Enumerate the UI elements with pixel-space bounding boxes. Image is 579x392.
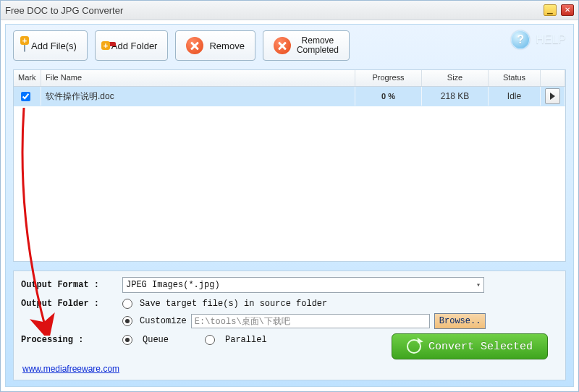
col-action	[541, 70, 565, 86]
row-filename: 软件操作说明.doc	[41, 87, 355, 106]
play-icon	[550, 93, 555, 100]
customize-path-input[interactable]: E:\tools\桌面\下载吧	[191, 314, 430, 328]
col-progress[interactable]: Progress	[355, 70, 422, 86]
browse-button[interactable]: Browse..	[434, 313, 486, 329]
radio-source-folder-label: Save target file(s) in source folder	[140, 299, 327, 309]
remove-completed-label: Remove Completed	[297, 36, 339, 55]
help-icon: ?	[511, 30, 530, 49]
toolbar: + Add File(s) + Add Folder Remove Remove…	[6, 25, 573, 68]
window-buttons: ▁ ✕	[544, 4, 574, 16]
row-play-button[interactable]	[545, 88, 560, 104]
output-format-select[interactable]: JPEG Images(*.jpg) ▾	[122, 277, 484, 293]
minimize-button[interactable]: ▁	[544, 4, 557, 16]
col-status[interactable]: Status	[489, 70, 541, 86]
output-format-label: Output Format :	[21, 280, 115, 290]
radio-customize-label: Customize	[140, 316, 187, 326]
output-format-row: Output Format : JPEG Images(*.jpg) ▾	[21, 277, 558, 293]
settings-panel: Output Format : JPEG Images(*.jpg) ▾ Out…	[13, 270, 566, 380]
col-mark[interactable]: Mark	[14, 70, 41, 86]
col-size[interactable]: Size	[422, 70, 489, 86]
remove-completed-icon	[274, 37, 291, 54]
file-list: Mark File Name Progress Size Status 软件操作…	[13, 69, 566, 262]
add-folder-label: Add Folder	[111, 41, 158, 51]
add-folder-button[interactable]: + Add Folder	[95, 30, 169, 61]
radio-source-folder[interactable]	[122, 299, 132, 309]
row-status: Idle	[489, 87, 541, 106]
convert-selected-button[interactable]: Convert Selected	[392, 333, 548, 359]
remove-icon	[186, 37, 203, 54]
radio-queue[interactable]	[122, 335, 132, 345]
row-progress: 0 %	[355, 87, 422, 106]
remove-completed-button[interactable]: Remove Completed	[263, 30, 350, 61]
remove-button[interactable]: Remove	[175, 30, 255, 61]
remove-label: Remove	[209, 41, 244, 51]
output-format-value: JPEG Images(*.jpg)	[126, 280, 220, 290]
output-folder-label: Output Folder :	[21, 299, 115, 309]
convert-icon	[407, 339, 421, 354]
page-body: + Add File(s) + Add Folder Remove Remove…	[5, 24, 574, 387]
help-button[interactable]: ? HELP	[511, 30, 566, 49]
file-add-icon: +	[24, 41, 25, 51]
app-window: Free DOC to JPG Converter ▁ ✕ + Add File…	[0, 0, 579, 392]
close-button[interactable]: ✕	[561, 4, 574, 16]
row-checkbox[interactable]	[21, 92, 30, 101]
radio-parallel[interactable]	[205, 335, 215, 345]
output-folder-row: Output Folder : Save target file(s) in s…	[21, 299, 558, 329]
help-label: HELP	[536, 33, 566, 46]
processing-label: Processing :	[21, 335, 115, 345]
convert-label: Convert Selected	[428, 341, 533, 353]
col-file[interactable]: File Name	[41, 70, 355, 86]
row-size: 218 KB	[422, 87, 489, 106]
window-title: Free DOC to JPG Converter	[5, 5, 123, 16]
table-row[interactable]: 软件操作说明.doc 0 % 218 KB Idle	[14, 87, 565, 106]
radio-parallel-label: Parallel	[225, 335, 267, 345]
radio-customize[interactable]	[122, 316, 132, 326]
add-files-button[interactable]: + Add File(s)	[13, 30, 88, 61]
file-list-header: Mark File Name Progress Size Status	[14, 70, 565, 87]
title-bar: Free DOC to JPG Converter ▁ ✕	[1, 1, 578, 20]
add-files-label: Add File(s)	[31, 41, 77, 51]
vendor-link[interactable]: www.mediafreeware.com	[22, 364, 119, 374]
chevron-down-icon: ▾	[476, 281, 481, 289]
radio-queue-label: Queue	[143, 335, 169, 345]
